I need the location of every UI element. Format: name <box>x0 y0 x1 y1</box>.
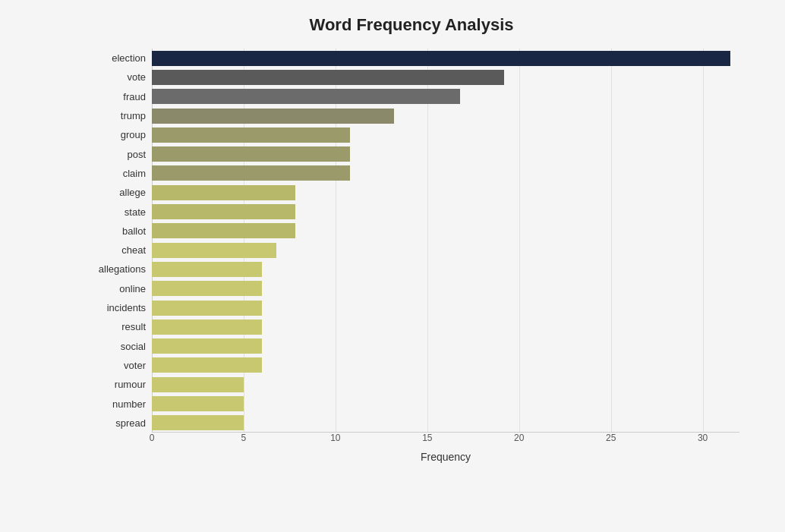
x-tick-10: 10 <box>330 433 340 443</box>
y-label-spread: spread <box>115 415 146 430</box>
bar-number <box>152 396 244 411</box>
bar-online <box>152 281 262 296</box>
bar-rumour <box>152 377 244 392</box>
bar-allege <box>152 185 295 200</box>
y-label-allege: allege <box>119 185 146 200</box>
y-label-online: online <box>119 281 146 296</box>
y-label-cheat: cheat <box>121 243 146 258</box>
grid-line <box>244 49 244 433</box>
grid-line <box>427 49 428 433</box>
grid-line <box>703 49 704 433</box>
grid-line <box>611 49 612 433</box>
y-label-fraud: fraud <box>123 89 146 104</box>
chart-title: Word Frequency Analysis <box>84 15 739 35</box>
bars-container <box>152 49 739 433</box>
y-axis-line <box>152 49 153 433</box>
chart-container: Word Frequency Analysis electionvotefrau… <box>0 0 785 532</box>
grid-line <box>336 49 336 433</box>
y-label-vote: vote <box>127 70 146 85</box>
x-axis: 051015202530 Frequency <box>152 433 739 463</box>
x-tick-5: 5 <box>241 433 247 443</box>
bar-election <box>152 51 730 66</box>
y-label-result: result <box>121 320 146 335</box>
y-label-group: group <box>121 127 146 143</box>
y-label-incidents: incidents <box>107 301 146 316</box>
x-axis-label: Frequency <box>152 451 739 463</box>
y-label-voter: voter <box>124 357 146 373</box>
y-label-claim: claim <box>123 165 146 181</box>
bar-result <box>152 320 262 335</box>
x-tick-0: 0 <box>150 433 155 443</box>
x-tick-25: 25 <box>606 433 616 443</box>
x-tick-20: 20 <box>514 433 524 443</box>
y-axis-labels: electionvotefraudtrumpgrouppostclaimalle… <box>84 49 152 433</box>
bar-claim <box>152 165 350 181</box>
y-label-social: social <box>121 338 146 354</box>
x-ticks: 051015202530 <box>152 433 739 448</box>
bar-post <box>152 146 350 162</box>
y-label-election: election <box>112 51 146 66</box>
bar-state <box>152 204 295 219</box>
x-tick-15: 15 <box>422 433 432 443</box>
bar-ballot <box>152 223 295 238</box>
x-tick-30: 30 <box>698 433 708 443</box>
bar-spread <box>152 415 244 430</box>
chart-plot-area <box>152 49 739 433</box>
y-label-post: post <box>127 146 146 162</box>
grid-line <box>519 49 520 433</box>
bar-vote <box>152 70 504 85</box>
bar-allegations <box>152 262 262 277</box>
bar-incidents <box>152 301 262 316</box>
bar-trump <box>152 109 394 124</box>
y-label-ballot: ballot <box>122 223 146 238</box>
y-label-number: number <box>112 396 146 411</box>
y-label-state: state <box>125 204 146 219</box>
bar-social <box>152 338 262 354</box>
bar-voter <box>152 357 262 373</box>
bar-fraud <box>152 89 460 104</box>
bar-cheat <box>152 243 276 258</box>
y-label-trump: trump <box>121 109 146 124</box>
bar-group <box>152 127 350 143</box>
y-label-allegations: allegations <box>99 262 146 277</box>
y-label-rumour: rumour <box>115 377 146 392</box>
